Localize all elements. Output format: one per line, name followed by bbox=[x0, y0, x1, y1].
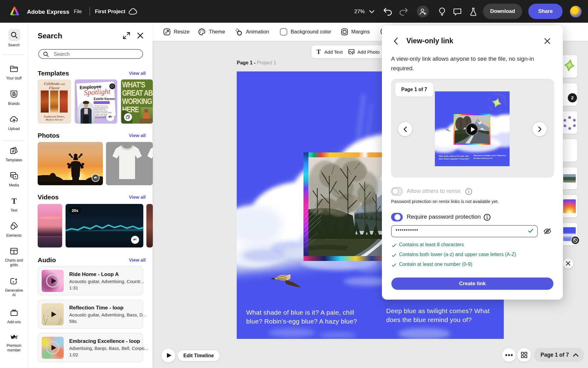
svg-text:THE: THE bbox=[499, 108, 503, 112]
svg-text:T: T bbox=[317, 49, 321, 55]
svg-text:BENEATH: BENEATH bbox=[503, 96, 507, 106]
svg-text:2024: 2024 bbox=[488, 96, 492, 101]
svg-text:T: T bbox=[11, 197, 17, 205]
svg-text:WINGS: WINGS bbox=[488, 105, 493, 111]
